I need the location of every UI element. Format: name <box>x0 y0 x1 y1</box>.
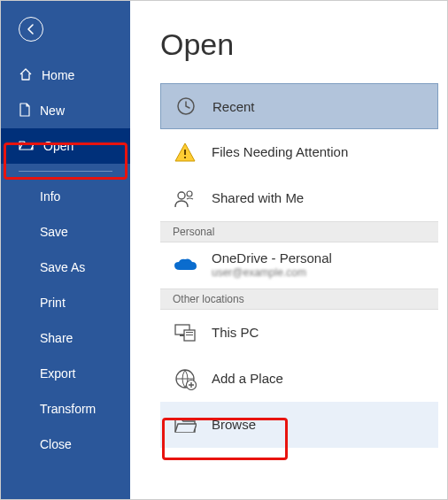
nav-save[interactable]: Save <box>1 214 130 250</box>
location-addplace-label: Add a Place <box>212 371 283 386</box>
nav-save-as[interactable]: Save As <box>1 250 130 285</box>
group-header-other: Other locations <box>160 288 438 310</box>
group-header-personal: Personal <box>160 221 438 242</box>
people-icon <box>173 186 197 211</box>
location-thispc[interactable]: This PC <box>160 310 438 356</box>
back-arrow-icon <box>25 23 37 35</box>
nav-print[interactable]: Print <box>1 285 130 320</box>
nav-transform[interactable]: Transform <box>1 391 130 427</box>
svg-rect-9 <box>186 335 193 335</box>
folder-open-icon <box>19 139 35 154</box>
location-browse[interactable]: Browse <box>160 402 438 448</box>
nav-home[interactable]: Home <box>1 58 130 93</box>
svg-point-3 <box>178 192 185 199</box>
svg-rect-1 <box>184 150 186 155</box>
location-browse-label: Browse <box>212 417 256 432</box>
location-shared-label: Shared with Me <box>212 190 304 205</box>
location-recent[interactable]: Recent <box>160 83 438 129</box>
nav-new[interactable]: New <box>1 93 130 128</box>
clock-icon <box>174 94 198 119</box>
back-button[interactable] <box>19 17 43 42</box>
locations-list: Recent Files Needing Attention Shared wi… <box>160 83 438 448</box>
document-icon <box>19 103 31 119</box>
location-shared[interactable]: Shared with Me <box>160 175 438 221</box>
location-onedrive-account: user@example.com <box>212 266 332 279</box>
page-title: Open <box>160 27 438 62</box>
add-place-icon <box>173 366 197 391</box>
svg-rect-8 <box>186 332 193 333</box>
nav-open-label: Open <box>43 139 73 153</box>
folder-icon <box>173 412 197 437</box>
location-attention-label: Files Needing Attention <box>212 144 348 159</box>
nav-share[interactable]: Share <box>1 320 130 356</box>
home-icon <box>19 67 33 84</box>
nav-export[interactable]: Export <box>1 356 130 391</box>
svg-point-4 <box>187 191 192 196</box>
nav-open[interactable]: Open <box>1 128 130 164</box>
nav-home-label: Home <box>42 68 74 82</box>
nav-new-label: New <box>40 104 65 118</box>
backstage-sidebar: Home New Open Info Save Save As Print Sh… <box>1 1 130 499</box>
nav-info[interactable]: Info <box>1 179 130 214</box>
location-attention[interactable]: Files Needing Attention <box>160 129 438 175</box>
location-thispc-label: This PC <box>212 325 259 340</box>
location-recent-label: Recent <box>212 99 255 114</box>
location-onedrive-label: OneDrive - Personal <box>212 250 332 266</box>
location-addplace[interactable]: Add a Place <box>160 356 438 402</box>
svg-rect-2 <box>184 157 186 158</box>
onedrive-icon <box>173 253 197 278</box>
nav-separator <box>19 171 112 172</box>
nav-close[interactable]: Close <box>1 427 130 462</box>
pc-icon <box>173 320 197 345</box>
warning-icon <box>173 140 197 165</box>
open-panel: Open Recent Files Needing Attention Shar… <box>130 1 447 499</box>
location-onedrive[interactable]: OneDrive - Personal user@example.com <box>160 242 438 288</box>
